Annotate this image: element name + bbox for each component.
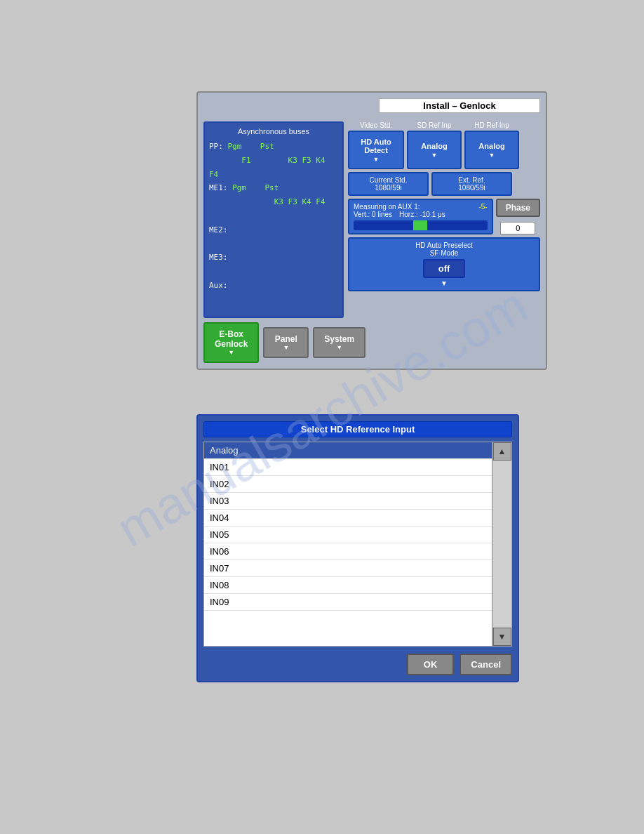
panel1-body: Asynchronous buses PP: Pgm Pst F1 K3 F3 … <box>203 121 540 318</box>
list-item-0[interactable]: Analog <box>204 442 492 459</box>
sd-ref-arrow: ▼ <box>431 152 438 159</box>
list-items: AnalogIN01IN02IN03IN04IN05IN06IN07IN08IN… <box>204 442 492 646</box>
current-std-value: 1080/59i <box>354 184 423 192</box>
controls-section: Video Std. HD AutoDetect ▼ SD Ref Inp An… <box>348 121 540 318</box>
video-std-value: HD AutoDetect <box>361 138 391 154</box>
select-hd-ref-panel: Select HD Reference Input AnalogIN01IN02… <box>196 414 519 682</box>
current-std-label: Current Std. <box>354 176 423 184</box>
video-std-button[interactable]: HD AutoDetect ▼ <box>348 131 404 169</box>
ext-ref-value: 1080/59i <box>437 184 507 192</box>
panel1-title: Install – Genlock <box>379 98 540 113</box>
scroll-up-button[interactable]: ▲ <box>493 442 511 461</box>
install-genlock-panel: Install – Genlock Asynchronous buses PP:… <box>196 91 547 370</box>
hd-auto-arrow: ▼ <box>354 279 535 287</box>
ebox-arrow: ▼ <box>215 349 248 356</box>
list-item-9[interactable]: IN09 <box>204 594 492 611</box>
top-controls-row: Video Std. HD AutoDetect ▼ SD Ref Inp An… <box>348 121 540 169</box>
phase-button[interactable]: Phase <box>496 199 540 217</box>
hd-auto-off-button[interactable]: off <box>423 259 466 278</box>
me1-row2: K3 F3 K4 F4 <box>209 197 326 206</box>
hd-ref-list: AnalogIN01IN02IN03IN04IN05IN06IN07IN08IN… <box>203 442 512 647</box>
list-item-6[interactable]: IN06 <box>204 543 492 560</box>
pp-row2: F1 K3 F3 K4 F4 <box>209 156 326 179</box>
measuring-horz: Horz.: -10.1 μs <box>399 211 445 218</box>
ext-ref-info: Ext. Ref. 1080/59i <box>431 172 512 196</box>
measuring-row: Measuring on AUX 1: -5- Vert.: 0 lines H… <box>348 199 540 234</box>
ebox-genlock-button[interactable]: E-Box Genlock ▼ <box>203 322 259 363</box>
list-item-5[interactable]: IN05 <box>204 527 492 543</box>
hd-auto-title: HD Auto Preselect <box>354 241 535 249</box>
phase-value[interactable]: 0 <box>500 222 535 234</box>
list-item-7[interactable]: IN07 <box>204 560 492 577</box>
scroll-down-button[interactable]: ▼ <box>493 628 511 646</box>
list-item-2[interactable]: IN02 <box>204 476 492 493</box>
video-std-arrow: ▼ <box>373 156 380 163</box>
std-row: Current Std. 1080/59i Ext. Ref. 1080/59i <box>348 172 540 196</box>
phase-control: Phase 0 <box>496 199 540 234</box>
measuring-section: Measuring on AUX 1: -5- Vert.: 0 lines H… <box>348 199 493 234</box>
ebox-line2: Genlock <box>215 339 248 349</box>
panel-arrow: ▼ <box>274 344 297 351</box>
ebox-line1: E-Box <box>215 329 248 339</box>
async-buses-section: Asynchronous buses PP: Pgm Pst F1 K3 F3 … <box>203 121 344 318</box>
measuring-number: -5- <box>478 203 487 211</box>
hd-ref-value: Analog <box>478 142 504 150</box>
hd-auto-section: HD Auto Preselect SF Mode off ▼ <box>348 237 540 291</box>
aux-label: Aux: <box>209 281 228 290</box>
current-std-info: Current Std. 1080/59i <box>348 172 429 196</box>
panel-button[interactable]: Panel ▼ <box>263 327 309 358</box>
video-std-label: Video Std. <box>360 121 392 129</box>
me1-label: ME1: <box>209 183 228 192</box>
system-arrow: ▼ <box>324 344 354 351</box>
sd-ref-button[interactable]: Analog ▼ <box>407 131 462 169</box>
scroll-track <box>492 461 511 628</box>
cancel-button[interactable]: Cancel <box>459 654 512 675</box>
panel-label: Panel <box>274 334 297 344</box>
pp-label: PP: <box>209 142 223 151</box>
phase-bar-fill <box>413 220 427 230</box>
list-item-8[interactable]: IN08 <box>204 577 492 594</box>
me1-values: Pgm Pst <box>232 183 279 192</box>
measuring-vert: Vert.: 0 lines <box>354 211 392 218</box>
panel2-footer: OK Cancel <box>203 651 512 675</box>
me2-label: ME2: <box>209 225 228 234</box>
hd-ref-arrow: ▼ <box>489 152 495 159</box>
sd-ref-label: SD Ref Inp <box>417 121 452 129</box>
phase-bar <box>354 220 488 230</box>
list-item-3[interactable]: IN03 <box>204 493 492 510</box>
panel2-title: Select HD Reference Input <box>203 421 512 437</box>
list-scrollbar: ▲ ▼ <box>492 442 511 646</box>
hd-auto-value: off <box>438 263 450 274</box>
ext-ref-label: Ext. Ref. <box>437 176 507 184</box>
async-title: Asynchronous buses <box>209 127 338 135</box>
hd-ref-label: HD Ref Inp <box>474 121 509 129</box>
system-button[interactable]: System ▼ <box>313 327 365 358</box>
system-label: System <box>324 334 354 344</box>
ok-button[interactable]: OK <box>407 654 455 675</box>
bottom-buttons: E-Box Genlock ▼ Panel ▼ System ▼ <box>203 322 540 363</box>
pp-values: Pgm Pst <box>228 142 274 151</box>
sd-ref-value: Analog <box>421 142 447 150</box>
hd-auto-subtitle: SF Mode <box>354 249 535 257</box>
me3-label: ME3: <box>209 253 228 262</box>
hd-ref-button[interactable]: Analog ▼ <box>464 131 519 169</box>
list-item-4[interactable]: IN04 <box>204 510 492 527</box>
measuring-label: Measuring on AUX 1: <box>354 203 420 211</box>
list-item-1[interactable]: IN01 <box>204 459 492 476</box>
